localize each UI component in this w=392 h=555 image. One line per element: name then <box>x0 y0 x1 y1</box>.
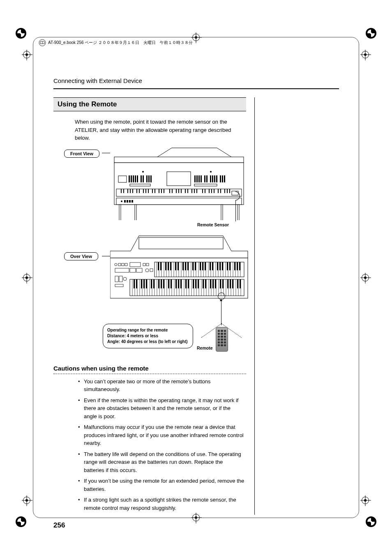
remote-label: Remote <box>197 345 213 350</box>
svg-rect-48 <box>164 189 164 193</box>
svg-rect-36 <box>127 189 128 193</box>
svg-rect-209 <box>146 279 147 288</box>
svg-rect-223 <box>195 279 196 288</box>
cautions-heading: Cautions when using the remote <box>53 365 246 372</box>
svg-rect-19 <box>196 175 198 182</box>
svg-rect-144 <box>192 262 194 270</box>
callout-title: Operating range for the remote <box>107 327 189 333</box>
svg-rect-14 <box>146 175 148 182</box>
crop-mark-right <box>362 274 369 281</box>
svg-rect-218 <box>178 279 179 288</box>
svg-rect-54 <box>185 189 186 193</box>
svg-rect-78 <box>238 205 239 220</box>
svg-rect-140 <box>178 262 179 270</box>
svg-rect-15 <box>148 175 150 182</box>
caution-item: You can’t operate two or more of the rem… <box>78 378 246 394</box>
caution-item: The battery life will depend on the cond… <box>78 450 246 474</box>
caution-item: If a strong light such as a spotlight st… <box>78 496 246 512</box>
svg-rect-55 <box>187 189 188 193</box>
remote-sensor-label: Remote Sensor <box>197 222 229 227</box>
svg-rect-24 <box>210 175 211 182</box>
crop-mark-left <box>23 274 30 281</box>
svg-rect-25 <box>212 175 213 182</box>
svg-rect-23 <box>206 175 208 182</box>
svg-rect-222 <box>193 279 194 288</box>
svg-rect-34 <box>121 189 122 193</box>
front-view-label: Front View <box>64 150 99 158</box>
svg-rect-53 <box>181 189 182 193</box>
svg-rect-215 <box>168 279 169 288</box>
svg-rect-227 <box>210 279 211 288</box>
svg-rect-225 <box>203 279 204 288</box>
svg-rect-221 <box>188 279 189 288</box>
svg-rect-27 <box>216 175 217 182</box>
svg-rect-63 <box>214 189 214 193</box>
svg-rect-39 <box>136 189 137 193</box>
register-mark-tr <box>360 28 376 44</box>
svg-rect-42 <box>145 189 146 193</box>
breadcrumb: Connecting with External Device <box>53 77 339 84</box>
svg-rect-234 <box>232 279 233 288</box>
svg-rect-8 <box>131 175 132 182</box>
svg-rect-158 <box>239 262 240 270</box>
svg-rect-143 <box>187 262 189 270</box>
svg-rect-64 <box>218 189 219 193</box>
svg-rect-233 <box>230 279 231 288</box>
svg-rect-45 <box>154 189 155 193</box>
svg-rect-61 <box>209 189 210 193</box>
svg-rect-153 <box>222 262 223 270</box>
svg-rect-139 <box>175 262 176 270</box>
svg-rect-232 <box>227 279 228 288</box>
svg-rect-65 <box>220 189 221 193</box>
svg-rect-47 <box>161 189 162 193</box>
svg-point-70 <box>121 200 122 202</box>
svg-rect-219 <box>180 279 182 288</box>
svg-rect-157 <box>237 262 238 270</box>
svg-rect-66 <box>224 189 225 193</box>
svg-rect-69 <box>116 198 242 205</box>
divider <box>53 88 339 89</box>
svg-rect-37 <box>130 189 131 193</box>
svg-rect-150 <box>212 262 213 270</box>
svg-rect-35 <box>123 189 124 193</box>
crop-mark-bl2 <box>23 497 30 504</box>
intro-text: When using the remote, point it toward t… <box>53 111 246 146</box>
svg-rect-149 <box>210 262 211 270</box>
svg-rect-51 <box>176 189 177 193</box>
svg-rect-235 <box>237 279 238 288</box>
svg-rect-134 <box>158 262 159 270</box>
svg-rect-230 <box>220 279 221 288</box>
book-icon <box>39 39 46 46</box>
svg-rect-147 <box>202 262 203 270</box>
svg-rect-9 <box>133 175 134 182</box>
crop-mark-tr2 <box>362 51 369 58</box>
svg-rect-30 <box>224 175 225 182</box>
svg-rect-21 <box>201 175 202 182</box>
svg-rect-220 <box>185 279 187 288</box>
svg-rect-142 <box>185 262 186 270</box>
svg-rect-68 <box>229 189 230 193</box>
svg-rect-136 <box>165 262 166 270</box>
svg-rect-156 <box>234 262 235 270</box>
diagram-area: Front View <box>53 146 246 360</box>
svg-rect-212 <box>158 279 159 288</box>
svg-rect-12 <box>141 175 142 182</box>
crop-mark-tl2 <box>23 51 30 58</box>
svg-rect-210 <box>151 279 152 288</box>
caution-item: Malfunctions may occur if you use the re… <box>78 423 246 447</box>
section-title: Using the Remote <box>53 97 246 111</box>
svg-rect-58 <box>196 189 197 193</box>
svg-rect-16 <box>150 175 152 182</box>
remote-control-icon <box>216 327 228 352</box>
callout-distance: Distance: 4 meters or less <box>107 333 189 339</box>
svg-rect-155 <box>229 262 231 270</box>
svg-rect-38 <box>132 189 133 193</box>
svg-rect-49 <box>169 189 170 193</box>
svg-rect-228 <box>212 279 214 288</box>
svg-rect-207 <box>141 279 142 288</box>
svg-rect-20 <box>198 175 200 182</box>
svg-rect-44 <box>152 189 153 193</box>
svg-rect-224 <box>198 279 199 288</box>
svg-rect-231 <box>222 279 224 288</box>
svg-point-4 <box>142 171 144 173</box>
